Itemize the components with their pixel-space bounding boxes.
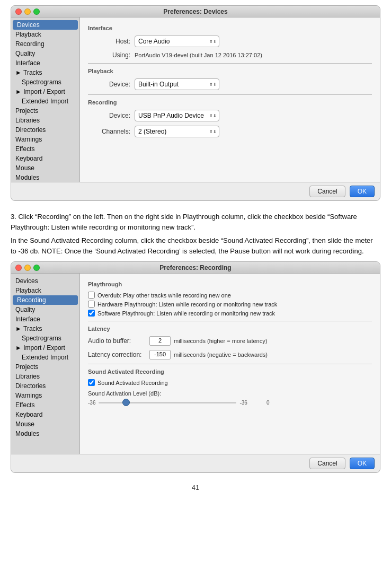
preferences-devices-window: Preferences: Devices Devices Playback Re… bbox=[11, 5, 380, 201]
sidebar-item-directories[interactable]: Directories bbox=[11, 125, 79, 135]
main-content-recording: Playthrough Overdub: Play other tracks w… bbox=[80, 274, 380, 454]
divider1 bbox=[88, 63, 372, 64]
sidebar2-item-recording[interactable]: Recording bbox=[13, 295, 78, 305]
paragraph2-text: In the Sound Activated Recording column,… bbox=[11, 235, 380, 256]
recording-channels-row: Channels: 2 (Stereo) bbox=[88, 126, 372, 137]
host-row: Host: Core Audio bbox=[88, 36, 372, 47]
overdub-checkbox[interactable] bbox=[88, 292, 95, 299]
titlebar-buttons2[interactable] bbox=[15, 265, 40, 271]
maximize-button[interactable] bbox=[33, 8, 40, 15]
divider2 bbox=[88, 94, 372, 95]
sidebar2-item-spectrograms[interactable]: Spectrograms bbox=[11, 334, 79, 343]
sidebar-item-extended-import[interactable]: Extended Import bbox=[11, 96, 79, 106]
slider-track[interactable] bbox=[99, 399, 236, 406]
sal-row: Sound Activation Level (dB): -36 -36 0 bbox=[88, 390, 372, 406]
sidebar-item-effects[interactable]: Effects bbox=[11, 144, 79, 154]
sidebar-item-quality[interactable]: Quality bbox=[11, 49, 79, 58]
playback-device-label: Device: bbox=[88, 81, 130, 88]
sidebar-item-interface[interactable]: Interface bbox=[11, 58, 79, 68]
sidebar2-item-playback[interactable]: Playback bbox=[11, 286, 79, 295]
checkbox-overdub: Overdub: Play other tracks while recordi… bbox=[88, 292, 372, 299]
checkbox-hardware-playthrough: Hardware Playthrough: Listen while recor… bbox=[88, 301, 372, 308]
playback-section-header: Playback bbox=[88, 68, 372, 74]
divider4 bbox=[88, 364, 372, 364]
cancel-button2[interactable]: Cancel bbox=[309, 458, 345, 469]
sidebar2-item-warnings[interactable]: Warnings bbox=[11, 391, 79, 400]
sidebar2-item-tracks[interactable]: ► Tracks bbox=[11, 324, 79, 334]
page: Preferences: Devices Devices Playback Re… bbox=[0, 0, 391, 502]
sidebar2-item-projects[interactable]: Projects bbox=[11, 362, 79, 372]
paragraph1: 3. Click “Recording” on the left. Then o… bbox=[11, 206, 380, 261]
window-body-recording: Devices Playback Recording Quality Inter… bbox=[11, 274, 380, 454]
minimize-button2[interactable] bbox=[24, 265, 31, 271]
using-label: Using: bbox=[88, 51, 130, 59]
recording-channels-select[interactable]: 2 (Stereo) bbox=[135, 126, 219, 137]
sar-label: Sound Activated Recording bbox=[97, 380, 168, 386]
sidebar-item-modules[interactable]: Modules bbox=[11, 173, 79, 182]
titlebar-buttons[interactable] bbox=[15, 8, 40, 15]
sidebar: Devices Playback Recording Quality Inter… bbox=[11, 17, 80, 182]
software-playthrough-checkbox[interactable] bbox=[88, 310, 95, 317]
sar-checkbox[interactable] bbox=[88, 379, 95, 386]
page-number-text: 41 bbox=[192, 484, 199, 492]
sal-min-label: -36 bbox=[88, 400, 95, 406]
sidebar2-item-quality[interactable]: Quality bbox=[11, 305, 79, 314]
preferences-recording-window: Preferences: Recording Devices Playback … bbox=[11, 261, 380, 473]
playback-device-select[interactable]: Built-in Output bbox=[135, 78, 219, 90]
host-select[interactable]: Core Audio bbox=[135, 36, 219, 47]
latency-correction-label: Latency correction: bbox=[88, 351, 146, 358]
checkbox-software-playthrough: Software Playthrough: Listen while recor… bbox=[88, 310, 372, 317]
overdub-label: Overdub: Play other tracks while recordi… bbox=[97, 292, 231, 299]
latency-correction-input[interactable]: -150 bbox=[149, 350, 171, 359]
sidebar2-item-libraries[interactable]: Libraries bbox=[11, 372, 79, 381]
window-title: Preferences: Devices bbox=[163, 8, 227, 15]
sidebar2-item-interface[interactable]: Interface bbox=[11, 314, 79, 324]
sidebar2: Devices Playback Recording Quality Inter… bbox=[11, 274, 80, 454]
ok-button[interactable]: OK bbox=[350, 186, 375, 197]
latency-correction-unit: milliseconds (negative = backwards) bbox=[174, 352, 268, 358]
sidebar-item-devices[interactable]: Devices bbox=[13, 20, 78, 30]
divider3 bbox=[88, 321, 372, 321]
sidebar2-item-effects[interactable]: Effects bbox=[11, 400, 79, 410]
interface-section-header: Interface bbox=[88, 25, 372, 31]
page-number: 41 bbox=[11, 484, 380, 492]
audio-buffer-unit: milliseconds (higher = more latency) bbox=[174, 338, 267, 344]
using-value: PortAudio V19-devel (built Jan 12 2016 1… bbox=[135, 52, 262, 58]
sidebar-item-libraries[interactable]: Libraries bbox=[11, 116, 79, 125]
audio-buffer-label: Audio to buffer: bbox=[88, 337, 146, 345]
sar-section-header: Sound Activated Recording bbox=[88, 368, 372, 375]
playback-device-row: Device: Built-in Output bbox=[88, 78, 372, 90]
recording-device-row: Device: USB PnP Audio Device bbox=[88, 110, 372, 121]
close-button[interactable] bbox=[15, 8, 22, 15]
close-button2[interactable] bbox=[15, 265, 22, 271]
sidebar2-item-mouse[interactable]: Mouse bbox=[11, 419, 79, 429]
using-row: Using: PortAudio V19-devel (built Jan 12… bbox=[88, 51, 372, 59]
maximize-button2[interactable] bbox=[33, 265, 40, 271]
sidebar2-item-devices[interactable]: Devices bbox=[11, 276, 79, 286]
window-footer-devices: Cancel OK bbox=[11, 182, 380, 200]
sidebar2-item-import-export[interactable]: ► Import / Export bbox=[11, 343, 79, 353]
audio-buffer-input[interactable]: 2 bbox=[149, 336, 171, 346]
sal-label: Sound Activation Level (dB): bbox=[88, 390, 161, 397]
hardware-playthrough-checkbox[interactable] bbox=[88, 301, 95, 308]
cancel-button[interactable]: Cancel bbox=[309, 186, 345, 197]
sidebar-item-mouse[interactable]: Mouse bbox=[11, 163, 79, 173]
sidebar2-item-extended-import[interactable]: Extended Import bbox=[11, 353, 79, 362]
sidebar2-item-keyboard[interactable]: Keyboard bbox=[11, 410, 79, 419]
sidebar2-item-directories[interactable]: Directories bbox=[11, 381, 79, 391]
sidebar-item-playback[interactable]: Playback bbox=[11, 30, 79, 39]
sidebar-item-warnings[interactable]: Warnings bbox=[11, 135, 79, 144]
sidebar-item-keyboard[interactable]: Keyboard bbox=[11, 154, 79, 163]
sidebar-item-projects[interactable]: Projects bbox=[11, 106, 79, 116]
sidebar-item-tracks[interactable]: ► Tracks bbox=[11, 68, 79, 77]
slider-thumb[interactable] bbox=[122, 399, 130, 406]
sidebar2-item-modules[interactable]: Modules bbox=[11, 429, 79, 438]
sidebar-item-recording[interactable]: Recording bbox=[11, 39, 79, 49]
sidebar-item-import-export[interactable]: ► Import / Export bbox=[11, 87, 79, 96]
ok-button2[interactable]: OK bbox=[350, 458, 375, 469]
host-label: Host: bbox=[88, 38, 130, 45]
recording-device-select[interactable]: USB PnP Audio Device bbox=[135, 110, 219, 121]
minimize-button[interactable] bbox=[24, 8, 31, 15]
sidebar-item-spectrograms[interactable]: Spectrograms bbox=[11, 77, 79, 87]
hardware-playthrough-label: Hardware Playthrough: Listen while recor… bbox=[97, 301, 277, 308]
